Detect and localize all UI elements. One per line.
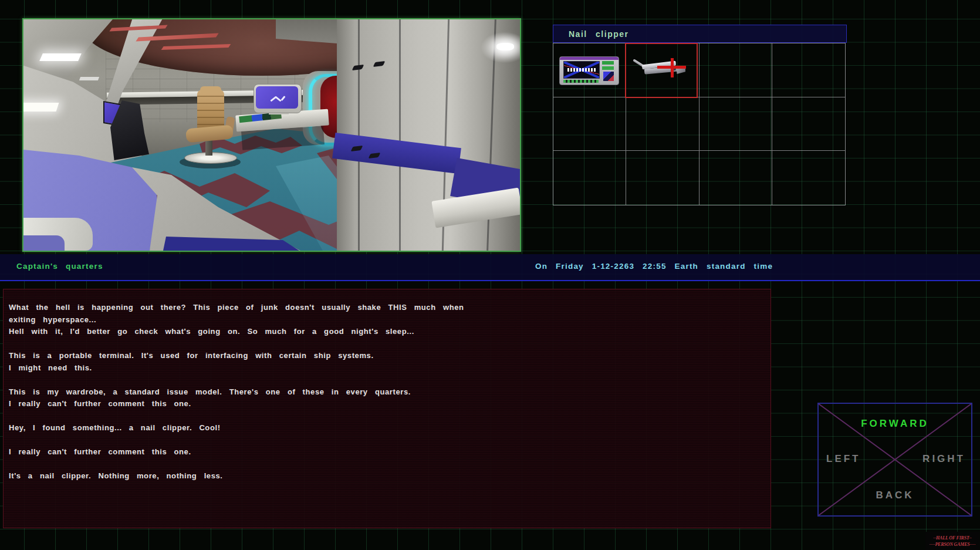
inventory-slot[interactable]	[772, 97, 845, 151]
log-line: It's a nail clipper. Nothing more, nothi…	[9, 470, 765, 482]
locker-blue-stripe	[332, 133, 461, 174]
inventory-slot[interactable]	[772, 43, 845, 97]
cursor-crosshair-icon	[671, 58, 674, 77]
log-line: I really can't further comment this one.	[9, 398, 765, 410]
credit-line: ----PERSON GAMES----	[925, 541, 979, 548]
compass-right-button[interactable]: RIGHT	[922, 453, 965, 465]
inventory-slot[interactable]	[626, 151, 699, 205]
inventory-slot[interactable]	[699, 43, 772, 97]
log-line: What the hell is happening out there? Th…	[9, 302, 765, 314]
monitor-screen	[256, 86, 298, 109]
ceiling-lamp	[496, 43, 514, 50]
inventory-slot[interactable]	[699, 97, 772, 151]
scene-viewport[interactable]	[22, 18, 521, 252]
log-line	[9, 374, 765, 386]
location-label: Captain's quarters	[16, 262, 103, 271]
locker-seam	[399, 19, 401, 251]
inventory-slot[interactable]	[553, 151, 626, 205]
inventory-item-nail-clipper[interactable]	[630, 58, 687, 82]
chair-headrest	[200, 86, 221, 93]
log-line: This is my wardrobe, a standard issue mo…	[9, 386, 765, 399]
inventory-slot[interactable]	[772, 151, 845, 205]
datetime-label: On Friday 1-12-2263 22:55 Earth standard…	[535, 262, 773, 271]
chair-seat	[185, 125, 234, 143]
inventory-title: Nail clipper	[569, 29, 628, 39]
captains-chair[interactable]	[181, 90, 239, 168]
terminal-icon-led	[602, 66, 614, 70]
log-line	[9, 458, 765, 471]
terminal-icon-top-strip	[560, 57, 619, 60]
log-line	[9, 338, 765, 350]
compass-control[interactable]: FORWARD LEFT RIGHT BACK	[817, 403, 972, 517]
inventory-slot[interactable]	[553, 97, 626, 151]
terminal-icon-led	[602, 61, 614, 65]
compass-forward-button[interactable]: FORWARD	[819, 418, 971, 430]
status-bar: Captain's quarters On Friday 1-12-2263 2…	[0, 254, 980, 281]
monitor-logo-mark	[281, 96, 285, 101]
locker-handle[interactable]	[352, 65, 364, 70]
log-line: This is a portable terminal. It's used f…	[9, 350, 765, 362]
log-line: Hell with it, I'd better go check what's…	[9, 326, 765, 338]
inventory-title-bar: Nail clipper	[553, 25, 847, 43]
wardrobe-lockers[interactable]	[337, 19, 520, 251]
message-log: What the hell is happening out there? Th…	[3, 289, 771, 528]
wall-light-strip	[22, 103, 59, 112]
credit-watermark: --HALL OF FIRST-- ----PERSON GAMES----	[925, 532, 979, 550]
log-line: I really can't further comment this one.	[9, 446, 765, 458]
log-line: Hey, I found something... a nail clipper…	[9, 422, 765, 434]
wall-light-strip	[79, 77, 99, 80]
compass-left-button[interactable]: LEFT	[826, 453, 861, 465]
inventory-item-portable-terminal[interactable]	[559, 56, 619, 85]
terminal-icon-badge	[603, 72, 614, 81]
terminal-icon-keys	[563, 80, 599, 83]
log-line: exiting hyperspace...	[9, 314, 765, 326]
chair-pedestal	[205, 139, 212, 156]
terminal-icon-label	[567, 68, 596, 72]
inventory-slot[interactable]	[699, 151, 772, 205]
terminal-icon-screen	[563, 61, 600, 79]
locker-handle[interactable]	[373, 61, 386, 67]
inventory-slot[interactable]	[626, 97, 699, 151]
ceiling-light-strip	[39, 53, 82, 61]
log-line	[9, 410, 765, 423]
game-screen: Nail clipper Captain's quarters	[0, 0, 980, 550]
credit-line: --HALL OF FIRST--	[925, 535, 979, 541]
wall-monitor[interactable]	[254, 84, 302, 113]
bed-sheet	[23, 235, 65, 251]
log-line: I might need this.	[9, 362, 765, 374]
log-line	[9, 434, 765, 447]
compass-back-button[interactable]: BACK	[819, 490, 971, 501]
